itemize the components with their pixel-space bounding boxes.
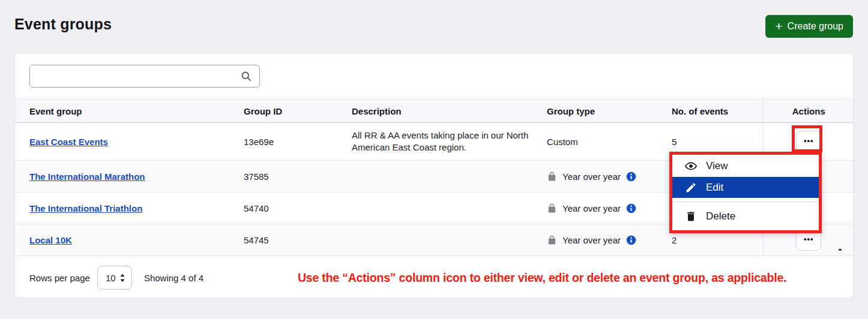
- search-icon[interactable]: [240, 70, 252, 82]
- group-id-cell: 54740: [229, 192, 337, 224]
- annotation-note: Use the “Actions” column icon to either …: [203, 271, 839, 285]
- actions-dropdown-menu: View Edit Delete: [669, 152, 822, 233]
- lock-icon: [547, 203, 557, 213]
- search-box: [29, 65, 260, 88]
- event-group-link[interactable]: The International Marathon: [29, 171, 145, 182]
- col-header-group-id: Group ID: [229, 100, 337, 123]
- col-header-no-of-events: No. of events: [657, 100, 763, 123]
- search-row: [15, 53, 853, 99]
- info-icon[interactable]: [626, 203, 636, 213]
- event-groups-page: Event groups + Create group Event group: [0, 0, 868, 319]
- showing-count: Showing 4 of 4: [144, 273, 203, 283]
- menu-item-label: Edit: [706, 182, 723, 194]
- lock-icon: [547, 171, 557, 182]
- rows-per-page-select[interactable]: 10: [97, 266, 132, 290]
- info-icon[interactable]: [626, 235, 636, 245]
- table-footer: Rows per page 10 Showing 4 of 4 Use the …: [15, 256, 853, 298]
- col-header-group-type: Group type: [532, 100, 657, 123]
- ellipsis-icon: •••: [804, 235, 814, 243]
- group-type-label: Year over year: [562, 235, 621, 245]
- stray-mark: [839, 249, 842, 251]
- group-type-label: Year over year: [562, 203, 621, 213]
- menu-item-edit[interactable]: Edit: [672, 177, 819, 198]
- info-icon[interactable]: [626, 171, 636, 182]
- page-title: Event groups: [14, 16, 112, 33]
- menu-item-view[interactable]: View: [672, 155, 819, 177]
- event-group-link[interactable]: East Coast Events: [29, 137, 108, 147]
- group-id-cell: 13e69e: [229, 123, 337, 161]
- event-group-link[interactable]: The International Triathlon: [29, 203, 142, 213]
- description-cell: All RR & AA events taking place in our N…: [352, 130, 532, 154]
- updown-arrows-icon: [119, 273, 125, 282]
- menu-item-delete[interactable]: Delete: [672, 202, 819, 230]
- create-group-button[interactable]: + Create group: [765, 15, 853, 38]
- group-id-cell: 37585: [229, 161, 337, 192]
- plus-icon: +: [775, 20, 782, 32]
- col-header-event-group: Event group: [15, 100, 229, 123]
- search-input[interactable]: [30, 65, 240, 87]
- col-header-actions: Actions: [763, 100, 854, 123]
- eye-icon: [685, 160, 697, 172]
- ellipsis-icon: •••: [804, 137, 814, 145]
- pencil-icon: [685, 182, 697, 194]
- lock-icon: [547, 235, 557, 245]
- col-header-description: Description: [337, 100, 532, 123]
- rows-per-page-label: Rows per page: [29, 273, 90, 283]
- group-type-label: Year over year: [562, 171, 621, 182]
- menu-item-label: View: [706, 160, 728, 172]
- row-actions-button[interactable]: •••: [796, 131, 821, 152]
- menu-item-label: Delete: [706, 210, 735, 222]
- rows-per-page-value: 10: [106, 273, 116, 283]
- event-group-link[interactable]: Local 10K: [29, 235, 72, 245]
- table-header-row: Event group Group ID Description Group t…: [15, 100, 854, 123]
- create-group-label: Create group: [788, 21, 843, 32]
- group-id-cell: 54745: [229, 224, 337, 256]
- group-type-cell: Custom: [532, 123, 657, 161]
- trash-icon: [685, 210, 697, 222]
